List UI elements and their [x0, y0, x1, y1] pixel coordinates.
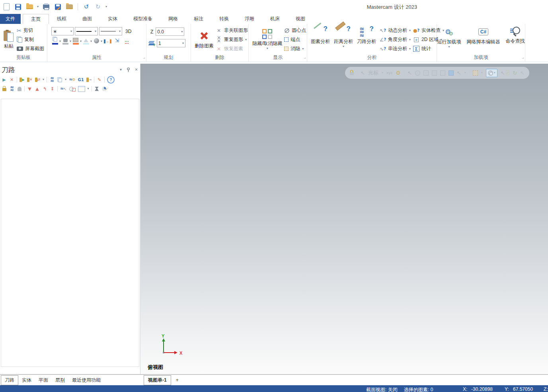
- graphics-viewport[interactable]: ↖ 光标 ▾ xyz ⚙ ↖ ↖ ▾ ▾ ▾ ↖✓ ↻ ↖: [140, 64, 548, 374]
- help-icon[interactable]: ?: [107, 76, 115, 84]
- regenerate-selected-icon[interactable]: ▶: [20, 76, 25, 83]
- viewsheet-tab-1[interactable]: 视图单-1: [144, 375, 171, 385]
- move-insert-icon[interactable]: ↰: [42, 86, 47, 92]
- lock-selection-icon[interactable]: [350, 70, 354, 75]
- command-finder-button[interactable]: 命令查找: [504, 26, 527, 45]
- addins-dialog-launcher-icon[interactable]: ⌐: [522, 57, 524, 60]
- select-box-2-icon[interactable]: [432, 70, 437, 76]
- blank-button[interactable]: 消隐 ▾: [284, 44, 306, 53]
- xyz-entry-icon[interactable]: xyz: [386, 71, 392, 75]
- only-display-associated-icon[interactable]: [69, 86, 76, 92]
- analyze-distance-button[interactable]: ? 距离分析 ▾: [332, 26, 355, 49]
- verify-icon[interactable]: [57, 76, 62, 83]
- cut-button[interactable]: ✂ 剪切: [17, 26, 44, 35]
- surface-color-button[interactable]: [72, 38, 79, 45]
- manager-tab-toolpaths[interactable]: 刀路: [1, 375, 18, 385]
- deselect-all-operations-icon[interactable]: ✕: [9, 76, 14, 83]
- level-icon[interactable]: ▼: [149, 41, 155, 46]
- add-viewsheet-button[interactable]: +: [172, 376, 183, 384]
- selection-filter-button[interactable]: ▾: [486, 69, 497, 77]
- pin-icon[interactable]: [127, 68, 130, 72]
- select-box-3-icon[interactable]: [440, 70, 445, 76]
- section-view-status[interactable]: 截面视图: 关闭: [366, 386, 398, 392]
- endpoints-button[interactable]: 端点: [284, 35, 306, 44]
- undo-icon[interactable]: ↺: [82, 2, 90, 11]
- edit-operation-icon[interactable]: ⇄: [35, 76, 41, 83]
- delete-duplicates-button[interactable]: ✕✕ 重复图形 ▾: [216, 35, 248, 44]
- move-up-icon[interactable]: ▲: [35, 86, 40, 92]
- stipple-button[interactable]: ••• •••: [122, 38, 132, 45]
- file-convert-icon[interactable]: [65, 2, 73, 11]
- select-box-1-icon[interactable]: [423, 70, 429, 76]
- display-dialog-launcher-icon[interactable]: ⌐: [304, 57, 306, 60]
- save-icon[interactable]: [14, 2, 22, 11]
- tab-solids[interactable]: 实体: [100, 14, 125, 24]
- highfeed-icon[interactable]: ✎: [97, 76, 102, 83]
- analyze-toolpath-button[interactable]: ≈≈≈? 刀路分析: [355, 26, 378, 45]
- mode-3d-label[interactable]: 3D: [125, 29, 131, 34]
- simulate-options-icon[interactable]: ≈⚙: [69, 76, 75, 83]
- set-attributes-button[interactable]: →: [103, 39, 112, 43]
- lock-operations-icon[interactable]: [2, 86, 7, 92]
- paste-button[interactable]: 粘贴: [2, 29, 16, 50]
- material-button[interactable]: [93, 39, 100, 43]
- delete-entities-button[interactable]: 删除图素: [193, 30, 216, 50]
- autocursor-settings-icon[interactable]: ⚙: [396, 70, 401, 76]
- manager-tab-levels[interactable]: 层别: [52, 376, 68, 385]
- hide-unhide-button[interactable]: 隐藏/取消隐藏 ▾: [250, 29, 284, 51]
- line-width-select[interactable]: ▾: [99, 27, 122, 35]
- tab-mesh[interactable]: 网格: [160, 14, 186, 24]
- netscript-editor-button[interactable]: C# 网络脚本编辑器: [465, 26, 502, 46]
- backplot-icon[interactable]: ≈≈: [49, 76, 55, 83]
- copy-button[interactable]: 复制: [17, 35, 44, 44]
- toggle-toolpath-display-icon[interactable]: ≈≈: [9, 86, 14, 92]
- select-all-operations-icon[interactable]: ▶: [2, 76, 7, 83]
- run-addin-button[interactable]: ⚙⚙ 运行加载项 ▾: [435, 26, 463, 49]
- customize-qat-icon[interactable]: ▾: [105, 5, 107, 8]
- manager-tab-solids[interactable]: 实体: [18, 376, 35, 385]
- tab-drafting[interactable]: 标注: [186, 14, 211, 24]
- cursor-label[interactable]: 光标: [368, 69, 378, 76]
- attributes-dialog-launcher-icon[interactable]: ⌐: [143, 57, 145, 60]
- new-file-icon[interactable]: [2, 2, 10, 11]
- panel-menu-icon[interactable]: ▾: [120, 68, 122, 72]
- tab-machine[interactable]: 机床: [262, 14, 288, 24]
- dynamic-analysis-button[interactable]: ↖? 动态分析▾: [380, 26, 411, 35]
- angle-analysis-button[interactable]: ∠? 角度分析▾: [380, 35, 411, 44]
- manager-tab-recent[interactable]: 最近使用功能: [68, 376, 104, 385]
- post-g1-icon[interactable]: G1: [78, 76, 84, 83]
- ghost-operations-icon[interactable]: [17, 86, 22, 92]
- toolpaths-tree-area[interactable]: [1, 99, 139, 367]
- open-dropdown-icon[interactable]: ▾: [37, 5, 39, 8]
- toolpath-report-icon[interactable]: ／: [102, 86, 109, 92]
- delete-non-associative-button[interactable]: ✕ 非关联图形: [216, 26, 248, 35]
- validate-selection-icon[interactable]: ↖✓: [501, 70, 509, 76]
- tab-art[interactable]: 浮雕: [237, 14, 262, 24]
- post-process-icon[interactable]: →: [86, 76, 92, 83]
- tab-model-prep[interactable]: 模型准备: [125, 14, 160, 24]
- select-arrow-icon[interactable]: ↖: [408, 70, 412, 76]
- tab-surfaces[interactable]: 曲面: [74, 14, 100, 24]
- tab-file[interactable]: 文件: [0, 14, 21, 24]
- print-icon[interactable]: [42, 2, 50, 11]
- z-depth-field[interactable]: 0.0▾: [156, 27, 184, 36]
- select-sphere-icon[interactable]: [415, 70, 420, 76]
- point-style-select[interactable]: ∗▾: [51, 27, 74, 35]
- delete-operation-icon[interactable]: ✕: [27, 76, 33, 83]
- window-selection-icon[interactable]: [473, 70, 478, 76]
- move-down-icon[interactable]: ▼: [27, 86, 32, 92]
- redo-icon[interactable]: ↻: [94, 2, 102, 11]
- chain-analysis-button[interactable]: ∿? 串连分析▾: [380, 44, 411, 53]
- analyze-entity-button[interactable]: ? 图素分析: [309, 26, 332, 45]
- tab-wireframe[interactable]: 线框: [49, 14, 74, 24]
- refresh-selection-icon[interactable]: ↻: [513, 70, 517, 76]
- screenshot-button[interactable]: 屏幕截图: [17, 44, 44, 53]
- save-edit-icon[interactable]: [54, 2, 62, 11]
- center-point-button[interactable]: 圆心点: [284, 26, 306, 35]
- select-solid-icon[interactable]: [449, 70, 454, 76]
- draft-color-button[interactable]: [82, 38, 90, 45]
- manager-tab-planes[interactable]: 平面: [35, 376, 52, 385]
- display-options-icon[interactable]: [78, 86, 85, 92]
- tab-home[interactable]: 主页: [23, 14, 49, 24]
- cursor-mode-icon[interactable]: ↖: [361, 70, 365, 76]
